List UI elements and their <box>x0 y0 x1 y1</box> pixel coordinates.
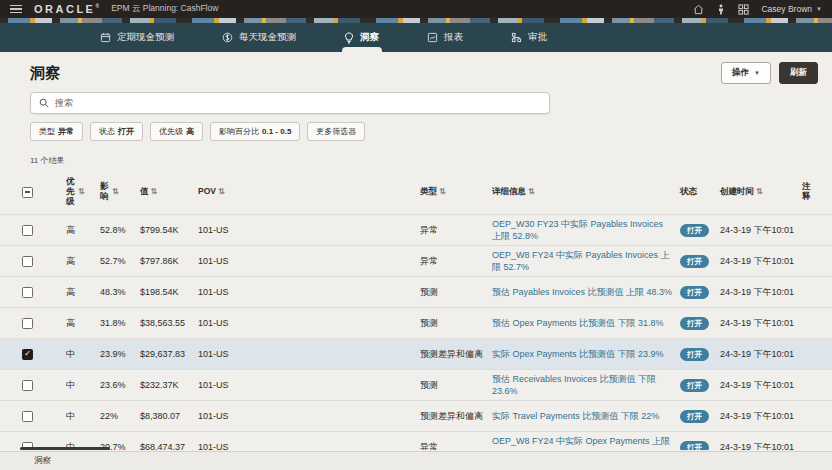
filter-chip-type[interactable]: 类型异常 <box>30 122 83 141</box>
detail-link[interactable]: OEP_W8 FY24 中实际 Payables Invoices 上限 52.… <box>492 250 670 272</box>
detail-link[interactable]: 实际 Opex Payments 比预测值 下限 23.9% <box>492 349 664 359</box>
col-header-type[interactable]: 类型 <box>420 187 437 197</box>
tab-label: 审批 <box>528 31 547 44</box>
cell-priority: 高 <box>66 286 100 299</box>
search-icon <box>39 94 49 112</box>
col-header-value[interactable]: 值 <box>140 187 149 197</box>
tab-reports[interactable]: 报表 <box>405 23 485 52</box>
sort-icon[interactable]: ⇅ <box>528 188 535 196</box>
footer-tab-insights[interactable]: 洞察 <box>0 455 51 467</box>
sort-icon[interactable]: ⇅ <box>218 188 225 196</box>
cell-priority: 中 <box>66 410 100 423</box>
tab-label: 洞察 <box>360 31 379 44</box>
col-header-status: 状态 <box>680 187 697 197</box>
tab-periodic-cash-forecast[interactable]: 定期现金预测 <box>78 23 196 52</box>
select-all-checkbox[interactable] <box>22 187 33 198</box>
tab-insights[interactable]: 洞察 <box>322 23 401 52</box>
user-name: Casey Brown <box>761 4 812 14</box>
tab-approvals[interactable]: 审批 <box>489 23 569 52</box>
cell-created: 24-3-19 下午10:01 <box>720 286 802 299</box>
sort-icon[interactable]: ⇅ <box>78 188 85 196</box>
sort-icon[interactable]: ⇅ <box>439 188 446 196</box>
tab-label: 每天现金预测 <box>239 31 296 44</box>
cell-value: $232.37K <box>140 380 198 390</box>
table-row[interactable]: 高 48.3% $198.54K 101-US 预测 预估 Payables I… <box>0 276 832 307</box>
cell-created: 24-3-19 下午10:01 <box>720 379 802 392</box>
cell-created: 24-3-19 下午10:01 <box>720 410 802 423</box>
row-checkbox[interactable] <box>22 318 33 329</box>
col-header-details[interactable]: 详细信息 <box>492 187 526 197</box>
oracle-logo: ORACLE® <box>34 3 99 15</box>
status-badge: 打开 <box>680 317 709 330</box>
refresh-button[interactable]: 刷新 <box>779 62 818 84</box>
cell-pov: 101-US <box>198 349 420 359</box>
cell-impact: 48.3% <box>100 287 140 297</box>
search-input[interactable] <box>55 98 541 108</box>
actions-button[interactable]: 操作 ▼ <box>721 62 771 84</box>
status-badge: 打开 <box>680 224 709 237</box>
calendar-icon <box>100 32 111 43</box>
detail-link[interactable]: 预估 Receivables Invoices 比预测值 下限 23.6% <box>492 374 656 396</box>
app-grid-icon[interactable] <box>738 4 749 15</box>
cell-created: 24-3-19 下午10:01 <box>720 348 802 361</box>
sort-icon[interactable]: ⇅ <box>112 188 119 196</box>
row-checkbox[interactable] <box>22 349 33 360</box>
more-filters-chip[interactable]: 更多筛选器 <box>307 122 365 141</box>
row-checkbox[interactable] <box>22 411 33 422</box>
detail-link[interactable]: OEP_W30 FY23 中实际 Payables Invoices 上限 52… <box>492 219 663 241</box>
sort-icon[interactable]: ⇅ <box>756 188 763 196</box>
home-icon[interactable] <box>693 4 704 15</box>
table-row[interactable]: 中 23.9% $29,637.83 101-US 预测差异和偏离 实际 Ope… <box>0 338 832 369</box>
menu-icon[interactable] <box>10 5 22 14</box>
chevron-down-icon: ▼ <box>754 70 760 76</box>
scrollbar-thumb[interactable] <box>20 447 110 450</box>
status-badge: 打开 <box>680 379 709 392</box>
cell-impact: 52.7% <box>100 256 140 266</box>
table-body: 高 52.8% $799.54K 101-US 异常 OEP_W30 FY23 … <box>0 214 832 450</box>
cell-value: $29,637.83 <box>140 349 198 359</box>
table-row[interactable]: 中 22% $8,380.07 101-US 预测差异和偏离 实际 Travel… <box>0 400 832 431</box>
col-header-impact[interactable]: 影响 <box>100 182 110 202</box>
row-checkbox[interactable] <box>22 256 33 267</box>
dollar-circle-icon <box>222 32 233 43</box>
status-badge: 打开 <box>680 410 709 423</box>
detail-link[interactable]: 实际 Travel Payments 比预测值 下限 22% <box>492 411 659 421</box>
col-header-created[interactable]: 创建时间 <box>720 187 754 197</box>
col-header-priority[interactable]: 优先级 <box>66 177 76 206</box>
user-assist-icon[interactable] <box>716 4 726 15</box>
cell-priority: 高 <box>66 317 100 330</box>
sort-icon[interactable]: ⇅ <box>151 188 158 196</box>
table-row[interactable]: 高 52.7% $797.86K 101-US 异常 OEP_W8 FY24 中… <box>0 245 832 276</box>
col-header-pov[interactable]: POV <box>198 187 216 197</box>
filter-chip-status[interactable]: 状态打开 <box>90 122 143 141</box>
cell-value: $799.54K <box>140 225 198 235</box>
table-row[interactable]: 高 52.8% $799.54K 101-US 异常 OEP_W30 FY23 … <box>0 214 832 245</box>
row-checkbox[interactable] <box>22 287 33 298</box>
app-title: EPM 云 Planning: CashFlow <box>111 3 218 15</box>
cell-priority: 中 <box>66 379 100 392</box>
lightbulb-icon <box>344 32 354 44</box>
cell-priority: 中 <box>66 348 100 361</box>
cell-type: 预测 <box>420 317 492 330</box>
chevron-down-icon: ▼ <box>816 6 822 12</box>
cell-impact: 23.9% <box>100 349 140 359</box>
cell-type: 异常 <box>420 224 492 237</box>
table-row[interactable]: 高 31.8% $38,563.55 101-US 预测 预估 Opex Pay… <box>0 307 832 338</box>
cell-impact: 22% <box>100 411 140 421</box>
table-row[interactable]: 中 23.6% $232.37K 101-US 预测 预估 Receivable… <box>0 369 832 400</box>
row-checkbox[interactable] <box>22 380 33 391</box>
cell-value: $198.54K <box>140 287 198 297</box>
filter-chip-impact-percent[interactable]: 影响百分比0.1 - 0.5 <box>210 122 300 141</box>
detail-link[interactable]: 预估 Opex Payments 比预测值 下限 31.8% <box>492 318 664 328</box>
filter-chip-priority[interactable]: 优先级高 <box>150 122 203 141</box>
cell-value: $797.86K <box>140 256 198 266</box>
detail-link[interactable]: 预估 Payables Invoices 比预测值 上限 48.3% <box>492 287 672 297</box>
footer-bar: 洞察 <box>0 451 832 470</box>
tab-label: 报表 <box>444 31 463 44</box>
tab-daily-cash-forecast[interactable]: 每天现金预测 <box>200 23 318 52</box>
row-checkbox[interactable] <box>22 225 33 236</box>
user-menu[interactable]: Casey Brown ▼ <box>761 4 822 14</box>
cell-type: 预测 <box>420 379 492 392</box>
status-badge: 打开 <box>680 286 709 299</box>
search-box <box>30 92 550 114</box>
